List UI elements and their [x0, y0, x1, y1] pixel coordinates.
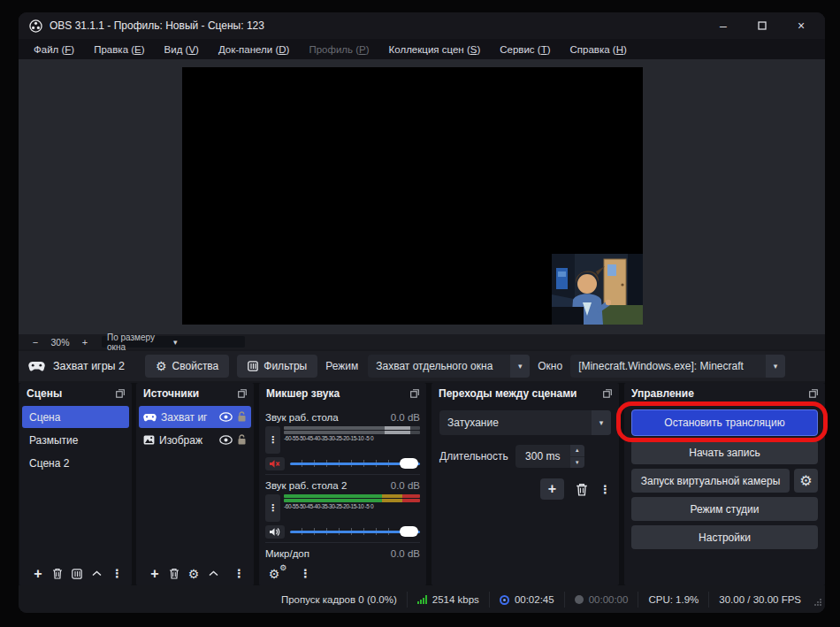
- close-button[interactable]: ×: [793, 19, 809, 33]
- popout-dock-icon[interactable]: [809, 389, 818, 398]
- channel-level: 0.0 dB: [391, 480, 420, 491]
- scene-item[interactable]: Сцена: [22, 406, 129, 428]
- scene-item[interactable]: Размытие: [22, 429, 129, 451]
- menu-file[interactable]: Файл (F): [24, 44, 84, 55]
- mute-button[interactable]: [265, 457, 285, 470]
- capture-window-value: [Minecraft.Windows.exe]: Minecraft: [570, 360, 766, 372]
- duration-down-button[interactable]: ▼: [570, 457, 584, 469]
- transition-select[interactable]: Затухание ▾: [439, 410, 611, 435]
- zoom-in-button[interactable]: +: [77, 337, 93, 348]
- channel-name: Звук раб. стола 2: [265, 480, 391, 491]
- stop-streaming-button[interactable]: Остановить трансляцию: [631, 409, 818, 436]
- remove-source-button[interactable]: [164, 568, 184, 579]
- popout-dock-icon[interactable]: [238, 389, 247, 398]
- maximize-button[interactable]: [754, 19, 770, 33]
- zoom-level: 30%: [43, 337, 77, 348]
- chevron-down-icon: ▾: [592, 410, 611, 435]
- add-source-button[interactable]: +: [145, 567, 164, 581]
- slider-handle[interactable]: [400, 458, 418, 469]
- start-virtual-camera-button[interactable]: Запуск виртуальной камеры: [631, 469, 790, 493]
- fit-mode-value: По размеру окна: [107, 333, 173, 352]
- popout-dock-icon[interactable]: [116, 389, 125, 398]
- channel-menu-button[interactable]: ⋮: [265, 426, 280, 454]
- menu-edit[interactable]: Правка (E): [84, 44, 154, 55]
- menu-docks[interactable]: Док-панели (D): [209, 44, 299, 55]
- mixer-menu-button[interactable]: ⋮: [300, 568, 311, 579]
- scenes-menu-button[interactable]: ⋮: [111, 568, 123, 579]
- popout-dock-icon[interactable]: [603, 389, 612, 398]
- move-scene-up-button[interactable]: [87, 570, 106, 577]
- capture-mode-select[interactable]: Захват отдельного окна ▾: [368, 355, 530, 378]
- mode-label: Режим: [325, 360, 358, 372]
- source-toolbar: Захват игры 2 ⚙ Свойства Фильтры Режим З…: [19, 351, 825, 381]
- capture-window-select[interactable]: [Minecraft.Windows.exe]: Minecraft ▾: [570, 355, 785, 378]
- resize-grip[interactable]: [814, 593, 821, 609]
- transitions-menu-button[interactable]: ⋮: [599, 484, 611, 495]
- move-source-up-button[interactable]: [203, 570, 223, 577]
- source-item[interactable]: Захват иг: [139, 406, 251, 428]
- obs-logo-icon: [29, 19, 42, 33]
- visibility-eye-icon[interactable]: [219, 435, 233, 445]
- dropped-frames-status: Пропуск кадров 0 (0.0%): [271, 592, 407, 608]
- duration-up-button[interactable]: ▲: [570, 445, 584, 456]
- channel-name: Микр/доп: [265, 548, 391, 559]
- mixer-channel: Звук раб. стола 0.0 dB ⋮ -60-55-50-45-40…: [265, 407, 420, 470]
- capture-mode-value: Захват отдельного окна: [368, 360, 510, 372]
- scene-item[interactable]: Сцена 2: [22, 452, 129, 474]
- fit-mode-select[interactable]: По размеру окна ▾: [102, 336, 245, 348]
- volume-slider[interactable]: [290, 458, 420, 469]
- lock-open-icon[interactable]: [237, 434, 247, 446]
- sources-title: Источники: [143, 387, 238, 400]
- volume-slider[interactable]: [290, 526, 420, 537]
- settings-button[interactable]: Настройки: [631, 525, 818, 549]
- sources-menu-button[interactable]: ⋮: [233, 568, 245, 579]
- visibility-eye-icon[interactable]: [219, 412, 233, 422]
- advanced-audio-button[interactable]: ⚙ ⚙: [268, 568, 287, 580]
- virtual-camera-settings-button[interactable]: ⚙: [794, 469, 818, 493]
- sources-panel: Источники Захват иг Изображ +: [136, 383, 254, 585]
- menu-scene-collection[interactable]: Коллекция сцен (S): [379, 44, 491, 55]
- transitions-title: Переходы между сценами: [439, 387, 603, 400]
- volume-meter: [284, 426, 420, 430]
- popout-dock-icon[interactable]: [410, 389, 419, 398]
- add-scene-button[interactable]: +: [28, 567, 48, 581]
- bitrate-status: 2514 kbps: [407, 592, 489, 608]
- meter-scale: -60-55-50-45-40-35-30-25-20-15-10 -5 0: [284, 435, 420, 441]
- channel-name: Звук раб. стола: [265, 412, 391, 423]
- menu-view[interactable]: Вид (V): [155, 44, 209, 55]
- channel-level: 0.0 dB: [391, 412, 420, 423]
- channel-menu-button[interactable]: ⋮: [265, 494, 280, 522]
- remove-scene-button[interactable]: [48, 568, 67, 579]
- add-transition-button[interactable]: +: [540, 478, 564, 500]
- duration-spinbox[interactable]: 300 ms ▲ ▼: [515, 445, 584, 468]
- menu-tools[interactable]: Сервис (T): [490, 44, 560, 55]
- studio-mode-button[interactable]: Режим студии: [631, 497, 818, 521]
- lock-open-icon[interactable]: [237, 411, 247, 423]
- slider-handle[interactable]: [400, 526, 418, 537]
- stream-time-status: 00:02:45: [489, 592, 564, 608]
- filters-button[interactable]: Фильтры: [237, 355, 317, 378]
- menu-bar: Файл (F) Правка (E) Вид (V) Док-панели (…: [19, 39, 825, 59]
- controls-title: Управление: [631, 387, 809, 400]
- source-item[interactable]: Изображ: [139, 429, 251, 451]
- filter-icon: [248, 361, 258, 371]
- source-properties-button[interactable]: ⚙: [184, 568, 203, 580]
- gamepad-icon: [28, 361, 45, 371]
- controls-panel: Управление Остановить трансляцию Начать …: [624, 383, 825, 585]
- title-bar: OBS 31.1.1 - Профиль: Новый - Сцены: 123…: [19, 12, 825, 39]
- menu-help[interactable]: Справка (H): [561, 44, 637, 55]
- zoom-out-button[interactable]: −: [27, 337, 43, 348]
- speaker-button[interactable]: [265, 525, 285, 539]
- dock-area: Сцены Сцена Размытие Сцена 2 + ⋮ Источни…: [19, 383, 825, 585]
- menu-profile[interactable]: Профиль (P): [299, 44, 378, 55]
- remove-transition-button[interactable]: [576, 483, 588, 496]
- obs-window: OBS 31.1.1 - Профиль: Новый - Сцены: 123…: [19, 12, 825, 613]
- minimize-button[interactable]: –: [715, 19, 731, 33]
- start-recording-button[interactable]: Начать запись: [631, 440, 818, 464]
- window-label: Окно: [538, 360, 562, 372]
- scene-filters-button[interactable]: [67, 569, 87, 579]
- image-icon: [143, 435, 155, 445]
- image-source-overlay[interactable]: [552, 254, 643, 325]
- volume-meter: [284, 431, 420, 434]
- properties-button[interactable]: ⚙ Свойства: [145, 355, 229, 378]
